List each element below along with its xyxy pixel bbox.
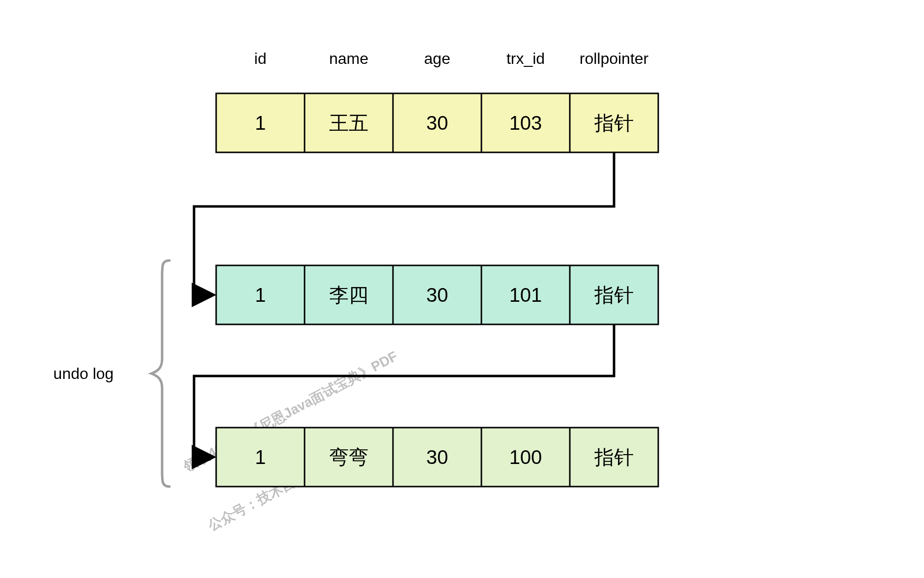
header-row: id name age trx_id rollpointer: [254, 50, 649, 67]
header-id: id: [254, 50, 267, 67]
svg-text:李四: 李四: [329, 284, 368, 306]
svg-text:指针: 指针: [594, 446, 634, 468]
header-age: age: [424, 50, 450, 67]
record-row-current: 1 王五 30 103 指针: [216, 93, 658, 152]
undo-log-brace: [151, 260, 169, 487]
record-row-undo-2: 1 弯弯 30 100 指针: [216, 428, 658, 487]
record-row-undo-1: 1 李四 30 101 指针: [216, 265, 658, 324]
svg-text:100: 100: [509, 446, 542, 468]
svg-text:弯弯: 弯弯: [329, 446, 368, 468]
svg-text:1: 1: [255, 284, 266, 306]
svg-text:1: 1: [255, 112, 266, 134]
header-name: name: [329, 50, 368, 67]
undo-log-diagram: 领取4000页《尼恩Java面试宝典》PDF 公众号：技术自由圈 id name…: [0, 0, 924, 578]
svg-text:101: 101: [509, 284, 542, 306]
svg-text:指针: 指针: [594, 112, 634, 134]
header-rollpointer: rollpointer: [580, 50, 649, 67]
svg-text:王五: 王五: [329, 112, 368, 134]
undo-log-label: undo log: [54, 365, 114, 382]
svg-text:30: 30: [426, 284, 448, 306]
svg-text:指针: 指针: [594, 284, 634, 306]
header-trx-id: trx_id: [506, 50, 545, 67]
svg-text:1: 1: [255, 446, 266, 468]
svg-text:103: 103: [509, 112, 542, 134]
svg-text:30: 30: [426, 446, 448, 468]
svg-text:30: 30: [426, 112, 448, 134]
